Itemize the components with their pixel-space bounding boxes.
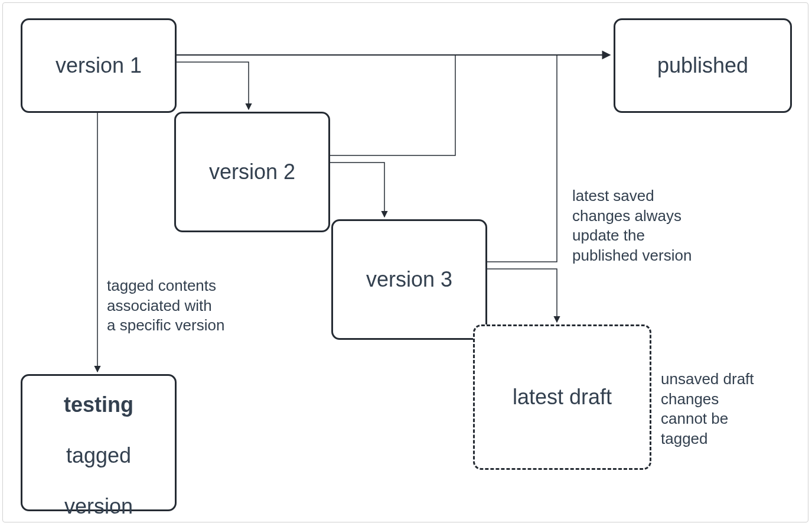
node-version-1: version 1 xyxy=(21,18,177,113)
node-latest-draft: latest draft xyxy=(473,324,651,470)
node-testing-line1: testing xyxy=(64,392,133,417)
annotation-unsaved-draft: unsaved draft changes cannot be tagged xyxy=(661,349,797,449)
node-testing-label: testing tagged version xyxy=(64,366,133,519)
edge-v1-v2 xyxy=(177,62,249,109)
annotation-latest-saved: latest saved changes always update the p… xyxy=(572,166,738,266)
annotation-tagged-contents: tagged contents associated with a specif… xyxy=(107,256,260,336)
edge-v2-published xyxy=(330,55,455,155)
node-testing-tagged: testing tagged version xyxy=(21,374,177,511)
node-version-3-label: version 3 xyxy=(366,267,452,292)
edge-v2-v3 xyxy=(330,163,384,217)
annotation-latest-saved-text: latest saved changes always update the p… xyxy=(572,187,692,264)
node-published: published xyxy=(614,18,792,113)
annotation-tagged-contents-text: tagged contents associated with a specif… xyxy=(107,277,224,335)
annotation-unsaved-draft-text: unsaved draft changes cannot be tagged xyxy=(661,370,754,447)
node-version-2: version 2 xyxy=(174,112,330,232)
node-version-2-label: version 2 xyxy=(209,159,295,184)
node-testing-line3: version xyxy=(64,494,133,518)
node-version-3: version 3 xyxy=(331,219,487,340)
node-published-label: published xyxy=(657,53,748,78)
diagram-frame: version 1 version 2 version 3 published … xyxy=(2,2,808,522)
edge-v3-latestdraft xyxy=(487,269,557,322)
node-latest-draft-label: latest draft xyxy=(513,384,612,410)
edge-v3-published xyxy=(487,55,557,262)
node-testing-line2: tagged xyxy=(66,443,131,467)
node-version-1-label: version 1 xyxy=(56,53,142,78)
